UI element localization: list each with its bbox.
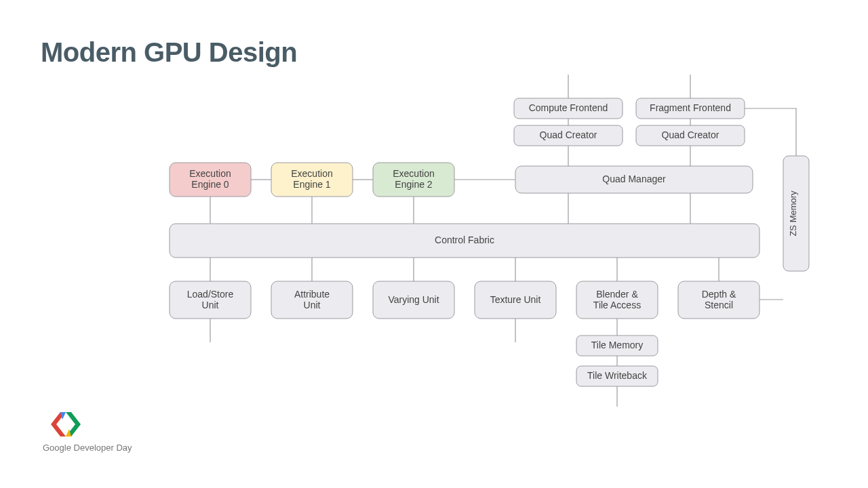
exec-engine-0-block: ExecutionEngine 0 bbox=[170, 163, 251, 197]
diagram: Compute Frontend Fragment Frontend Quad … bbox=[0, 0, 868, 488]
quad-creator-b-label: Quad Creator bbox=[662, 129, 719, 140]
zs-memory-label: ZS Memory bbox=[788, 190, 798, 237]
chevrons-icon bbox=[51, 412, 81, 436]
tile-writeback-label: Tile Writeback bbox=[587, 370, 648, 381]
texture-unit-block: Texture Unit bbox=[475, 281, 556, 319]
slide: Modern GPU Design bbox=[0, 0, 868, 488]
zs-memory-block: ZS Memory bbox=[783, 156, 809, 271]
load-store-unit-block: Load/StoreUnit bbox=[170, 281, 251, 319]
depth-stencil-label: Depth &Stencil bbox=[702, 289, 736, 310]
quad-creator-a-block: Quad Creator bbox=[514, 125, 623, 146]
depth-stencil-block: Depth &Stencil bbox=[678, 281, 760, 319]
footer-brand-2: Developer Day bbox=[71, 443, 132, 453]
exec-engine-2-block: ExecutionEngine 2 bbox=[373, 163, 454, 197]
tile-memory-block: Tile Memory bbox=[576, 336, 658, 356]
control-fabric-block: Control Fabric bbox=[170, 224, 760, 258]
texture-label: Texture Unit bbox=[490, 294, 541, 305]
compute-frontend-label: Compute Frontend bbox=[529, 102, 608, 113]
fragment-frontend-block: Fragment Frontend bbox=[636, 98, 745, 119]
quad-manager-label: Quad Manager bbox=[602, 174, 666, 184]
blender-tile-block: Blender &Tile Access bbox=[576, 281, 658, 319]
tile-memory-label: Tile Memory bbox=[591, 340, 644, 350]
exec-engine-2-label-line: ExecutionEngine 2 bbox=[393, 168, 434, 190]
varying-label: Varying Unit bbox=[388, 294, 439, 305]
quad-creator-b-block: Quad Creator bbox=[636, 125, 745, 146]
varying-unit-block: Varying Unit bbox=[373, 281, 454, 319]
exec-engine-1-block: ExecutionEngine 1 bbox=[271, 163, 353, 197]
compute-frontend-block: Compute Frontend bbox=[514, 98, 623, 119]
control-fabric-label: Control Fabric bbox=[435, 235, 494, 245]
footer-logo: Google Developer Day bbox=[43, 412, 132, 453]
blender-label: Blender &Tile Access bbox=[593, 289, 641, 310]
footer-brand-1: Google bbox=[43, 443, 71, 453]
fragment-frontend-label: Fragment Frontend bbox=[650, 102, 731, 113]
quad-creator-a-label: Quad Creator bbox=[540, 129, 597, 140]
tile-writeback-block: Tile Writeback bbox=[576, 366, 658, 386]
exec-engine-1-label-line: ExecutionEngine 1 bbox=[291, 168, 332, 190]
quad-manager-block: Quad Manager bbox=[515, 166, 753, 193]
attribute-unit-block: AttributeUnit bbox=[271, 281, 353, 319]
footer-brand: Google Developer Day bbox=[43, 443, 132, 453]
exec-engine-0-label-line: ExecutionEngine 0 bbox=[189, 168, 231, 190]
